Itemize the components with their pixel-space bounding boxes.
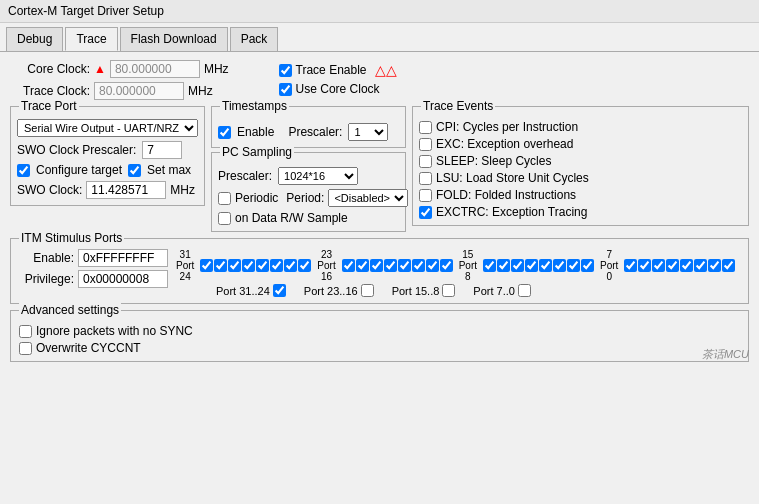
trace-port-select[interactable]: Serial Wire Output - UART/NRZ Serial Wir… — [17, 119, 198, 137]
bit2[interactable] — [694, 259, 707, 272]
itm-enable-input[interactable] — [78, 249, 168, 267]
bit24[interactable] — [298, 259, 311, 272]
trace-clock-input[interactable] — [94, 82, 184, 100]
bit25[interactable] — [284, 259, 297, 272]
tab-flash-download[interactable]: Flash Download — [120, 27, 228, 51]
core-clock-label: Core Clock: — [10, 62, 90, 76]
bit31[interactable] — [200, 259, 213, 272]
timestamps-enable-checkbox[interactable] — [218, 126, 231, 139]
triangle-warn-core: ▲ — [94, 62, 106, 76]
configure-target-label: Configure target — [36, 163, 122, 177]
period-label: Period: — [286, 191, 324, 205]
trace-enable-checkbox[interactable] — [279, 64, 292, 77]
pc-prescaler-select[interactable]: 1024*16 64*16 16*16 — [278, 167, 358, 185]
bit23[interactable] — [342, 259, 355, 272]
bit19[interactable] — [398, 259, 411, 272]
itm-privilege-input[interactable] — [78, 270, 168, 288]
port-23-16-checkbox[interactable] — [361, 284, 374, 297]
tab-pack[interactable]: Pack — [230, 27, 279, 51]
exc-label: EXC: Exception overhead — [436, 137, 573, 151]
bit14[interactable] — [497, 259, 510, 272]
port-label-3: Port — [459, 260, 477, 271]
fold-checkbox[interactable] — [419, 189, 432, 202]
bit10[interactable] — [553, 259, 566, 272]
on-data-checkbox[interactable] — [218, 212, 231, 225]
swo-clock-unit: MHz — [170, 183, 195, 197]
bit5[interactable] — [652, 259, 665, 272]
itm-group-label: ITM Stimulus Ports — [19, 231, 124, 245]
trace-clock-label: Trace Clock: — [10, 84, 90, 98]
bit21[interactable] — [370, 259, 383, 272]
port-16-label: 16 — [321, 271, 332, 282]
tab-trace[interactable]: Trace — [65, 27, 117, 51]
exctrc-label: EXCTRC: Exception Tracing — [436, 205, 587, 219]
exctrc-checkbox[interactable] — [419, 206, 432, 219]
bit28[interactable] — [242, 259, 255, 272]
title-bar: Cortex-M Target Driver Setup — [0, 0, 759, 23]
bit4[interactable] — [666, 259, 679, 272]
window-title: Cortex-M Target Driver Setup — [8, 4, 164, 18]
configure-target-checkbox[interactable] — [17, 164, 30, 177]
pc-sampling-group-label: PC Sampling — [220, 145, 294, 159]
ignore-sync-checkbox[interactable] — [19, 325, 32, 338]
set-max-label: Set max — [147, 163, 191, 177]
tab-debug[interactable]: Debug — [6, 27, 63, 51]
bit18[interactable] — [412, 259, 425, 272]
port-7-0-label: Port 7..0 — [473, 285, 515, 297]
port-label-2: Port — [317, 260, 335, 271]
bit11[interactable] — [539, 259, 552, 272]
period-select[interactable]: <Disabled> — [328, 189, 408, 207]
port-31-label: 31 — [180, 249, 191, 260]
periodic-label: Periodic — [235, 191, 278, 205]
itm-privilege-label: Privilege: — [19, 272, 74, 286]
bit12[interactable] — [525, 259, 538, 272]
bit26[interactable] — [270, 259, 283, 272]
cpi-checkbox[interactable] — [419, 121, 432, 134]
port-15-label: 15 — [462, 249, 473, 260]
overwrite-checkbox[interactable] — [19, 342, 32, 355]
bit13[interactable] — [511, 259, 524, 272]
port-24-label: 24 — [180, 271, 191, 282]
bit9[interactable] — [567, 259, 580, 272]
bit7[interactable] — [624, 259, 637, 272]
port-label-1: Port — [176, 260, 194, 271]
bit6[interactable] — [638, 259, 651, 272]
core-clock-unit: MHz — [204, 62, 229, 76]
bit17[interactable] — [426, 259, 439, 272]
set-max-checkbox[interactable] — [128, 164, 141, 177]
bit3[interactable] — [680, 259, 693, 272]
core-clock-input[interactable] — [110, 60, 200, 78]
timestamps-enable-label: Enable — [237, 125, 274, 139]
sleep-label: SLEEP: Sleep Cycles — [436, 154, 551, 168]
use-core-clock-checkbox[interactable] — [279, 83, 292, 96]
bit27[interactable] — [256, 259, 269, 272]
bit22[interactable] — [356, 259, 369, 272]
bit8[interactable] — [581, 259, 594, 272]
bit0[interactable] — [722, 259, 735, 272]
port-31-24-checkbox[interactable] — [273, 284, 286, 297]
swo-prescaler-input[interactable] — [142, 141, 182, 159]
lsu-checkbox[interactable] — [419, 172, 432, 185]
timestamps-prescaler-label: Prescaler: — [288, 125, 342, 139]
bit20[interactable] — [384, 259, 397, 272]
sleep-checkbox[interactable] — [419, 155, 432, 168]
swo-clock-input[interactable] — [86, 181, 166, 199]
tab-bar: Debug Trace Flash Download Pack — [0, 23, 759, 52]
lsu-label: LSU: Load Store Unit Cycles — [436, 171, 589, 185]
triangle-warn-trace: △△ — [375, 62, 397, 78]
bit1[interactable] — [708, 259, 721, 272]
port-7-label: 7 — [606, 249, 612, 260]
port-7-0-checkbox[interactable] — [518, 284, 531, 297]
bit15[interactable] — [483, 259, 496, 272]
bit29[interactable] — [228, 259, 241, 272]
trace-port-group-label: Trace Port — [19, 99, 79, 113]
bit30[interactable] — [214, 259, 227, 272]
exc-checkbox[interactable] — [419, 138, 432, 151]
timestamps-prescaler-select[interactable]: 1 4 16 64 — [348, 123, 388, 141]
bit16[interactable] — [440, 259, 453, 272]
swo-clock-label: SWO Clock: — [17, 183, 82, 197]
periodic-checkbox[interactable] — [218, 192, 231, 205]
port-8-label: 8 — [465, 271, 471, 282]
port-15-8-checkbox[interactable] — [442, 284, 455, 297]
use-core-clock-label: Use Core Clock — [296, 82, 380, 96]
